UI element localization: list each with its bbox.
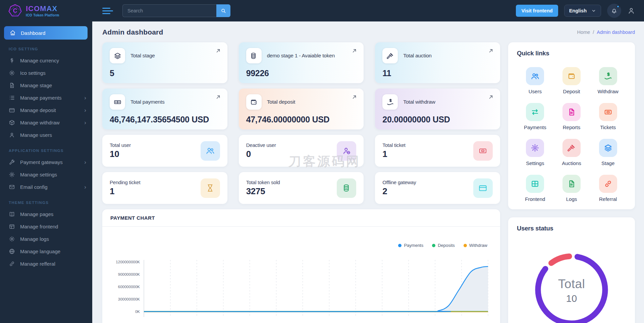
search-button[interactable] — [216, 4, 230, 17]
sidebar-item-ico-settings[interactable]: Ico settings — [0, 67, 92, 79]
sidebar-item-label: Manage frontend — [20, 224, 58, 229]
sidebar-item-payment-gateways[interactable]: Payment gateways › — [0, 156, 92, 168]
sidebar-section-ico-setting: ICO SETTING — [9, 47, 92, 51]
sidebar-item-manage-deposit[interactable]: Manage deposit › — [0, 104, 92, 116]
quick-link-label: Stage — [590, 160, 626, 166]
arrow-up-right-icon[interactable] — [488, 94, 494, 100]
quick-link-users[interactable]: Users — [517, 67, 553, 94]
sidebar-item-manage-logs[interactable]: Manage logs — [0, 233, 92, 245]
brand-logo[interactable]: C ICOMAX ICO Token Platform — [0, 0, 92, 21]
chevron-right-icon: › — [84, 95, 86, 101]
svg-text:0K: 0K — [135, 310, 140, 314]
brand-gem-icon: C — [8, 4, 22, 18]
quick-link-stage[interactable]: Stage — [590, 139, 626, 166]
notifications-button[interactable] — [607, 4, 621, 18]
stat-card-value: 10 — [110, 149, 131, 159]
sidebar-item-manage-refferal[interactable]: Manage refferal — [0, 258, 92, 270]
stat-card-label: Total auction — [403, 53, 431, 59]
svg-text:C: C — [13, 7, 17, 14]
legend-item-withdraw[interactable]: Withdraw — [464, 243, 487, 248]
quick-link-auctions[interactable]: Auctions — [553, 139, 590, 166]
users-icon — [201, 141, 220, 161]
users-status-panel: Users status Total 10 — [508, 217, 635, 323]
quick-link-settings[interactable]: Settings — [517, 139, 553, 166]
user-menu-button[interactable] — [627, 7, 635, 15]
quick-link-frontend[interactable]: Frontend — [517, 175, 553, 202]
brand-name: ICOMAX — [26, 4, 59, 13]
search-icon — [220, 8, 226, 14]
sidebar-item-label: Manage deposit — [20, 107, 56, 113]
users-icon — [526, 67, 544, 85]
sidebar-item-label: Manage refferal — [20, 261, 55, 267]
quick-link-logs[interactable]: Logs — [553, 175, 590, 202]
gear-icon — [9, 236, 15, 242]
stat-card-total-token-sold[interactable]: Total token sold 3275 — [239, 172, 364, 204]
sidebar-item-manage-currency[interactable]: Manage currency — [0, 54, 92, 67]
sidebar-item-manage-pages[interactable]: Manage pages — [0, 208, 92, 220]
stat-card-demo-stage-1-avaiable-token[interactable]: demo stage 1 - Avaiable token 99226 — [239, 42, 364, 83]
stat-card-total-auction[interactable]: Total auction 11 — [375, 42, 500, 83]
stat-card-total-deposit[interactable]: Total deposit 47,746.00000000 USD — [239, 89, 364, 129]
stat-card-value: 20.00000000 USD — [382, 115, 493, 124]
stat-card-total-user[interactable]: Total user 10 — [102, 135, 227, 167]
stat-card-offline-gateway[interactable]: Offline gateway 2 — [375, 172, 500, 204]
arrow-up-right-icon[interactable] — [215, 48, 221, 54]
quick-link-deposit[interactable]: Deposit — [553, 67, 590, 94]
sidebar-item-manage-payments[interactable]: Manage payments › — [0, 92, 92, 104]
search-input[interactable] — [122, 4, 216, 17]
file-icon — [9, 82, 15, 89]
stat-card-label: Total payments — [130, 99, 164, 105]
coins-icon — [337, 178, 356, 198]
breadcrumb-home-link[interactable]: Home — [577, 30, 590, 35]
visit-frontend-button[interactable]: Visit frontend — [516, 5, 558, 17]
quick-link-reports[interactable]: Reports — [553, 103, 590, 130]
arrow-up-right-icon[interactable] — [351, 94, 358, 100]
stat-card-pending-ticket[interactable]: Pending ticket 1 — [102, 172, 227, 204]
legend-item-deposits[interactable]: Deposits — [432, 243, 455, 248]
sidebar-item-label: Manage withdraw — [20, 120, 60, 125]
ticket-icon — [599, 103, 617, 121]
sidebar-item-manage-settings[interactable]: Manage settings — [0, 168, 92, 181]
sidebar-item-label: Manage settings — [20, 172, 57, 177]
stat-card-deactive-user[interactable]: Deactive user 0 — [239, 135, 364, 167]
arrow-up-right-icon[interactable] — [351, 48, 358, 54]
globe-icon — [9, 248, 15, 255]
sidebar-item-manage-frontend[interactable]: Manage frontend — [0, 220, 92, 233]
sidebar-section-application-settings: APPLICATION SETTINGS — [9, 149, 92, 153]
ticket-icon — [473, 141, 493, 161]
language-select[interactable]: English — [564, 5, 601, 17]
user-icon — [9, 132, 15, 138]
svg-text:900000000K: 900000000K — [118, 272, 140, 276]
stat-card-total-payments[interactable]: Total payments 46,746,147.35654500 USD — [102, 89, 227, 129]
quick-link-payments[interactable]: Payments — [517, 103, 553, 130]
stat-card-total-ticket[interactable]: Total ticket 1 — [375, 135, 500, 167]
gavel-icon — [562, 139, 581, 157]
legend-item-payments[interactable]: Payments — [398, 243, 423, 248]
sidebar-item-manage-withdraw[interactable]: Manage withdraw › — [0, 116, 92, 129]
book-icon — [9, 211, 15, 217]
sidebar-item-email-config[interactable]: Email config › — [0, 181, 92, 193]
quick-link-withdraw[interactable]: Withdraw — [590, 67, 626, 94]
sidebar-item-dashboard[interactable]: Dashboard — [4, 26, 88, 40]
arrow-up-right-icon[interactable] — [215, 94, 221, 100]
quick-link-tickets[interactable]: Tickets — [590, 103, 626, 130]
stat-card-total-stage[interactable]: Total stage 5 — [102, 42, 227, 83]
stat-cards-row-1: Total stage 5 demo stage 1 - Avaiable to… — [102, 42, 500, 83]
quick-link-label: Logs — [553, 196, 590, 202]
stat-card-value: 2 — [382, 186, 416, 197]
arrow-up-right-icon[interactable] — [488, 48, 494, 54]
sidebar-item-manage-stage[interactable]: Manage stage — [0, 79, 92, 92]
bell-icon — [610, 7, 618, 14]
sidebar-item-manage-users[interactable]: Manage users — [0, 129, 92, 141]
gear-icon — [526, 139, 544, 157]
quick-link-referral[interactable]: Referral — [590, 175, 626, 202]
stat-card-total-withdraw[interactable]: Total withdraw 20.00000000 USD — [375, 89, 500, 129]
stat-card-value: 11 — [382, 68, 493, 78]
coins-icon — [246, 48, 262, 63]
svg-text:300000000K: 300000000K — [118, 297, 140, 301]
sidebar-item-manage-language[interactable]: Manage language — [0, 245, 92, 258]
payment-chart-title: PAYMENT CHART — [102, 209, 500, 227]
gear-icon — [9, 70, 15, 76]
brand-tagline: ICO Token Platform — [26, 13, 59, 17]
menu-toggle[interactable] — [102, 6, 113, 16]
